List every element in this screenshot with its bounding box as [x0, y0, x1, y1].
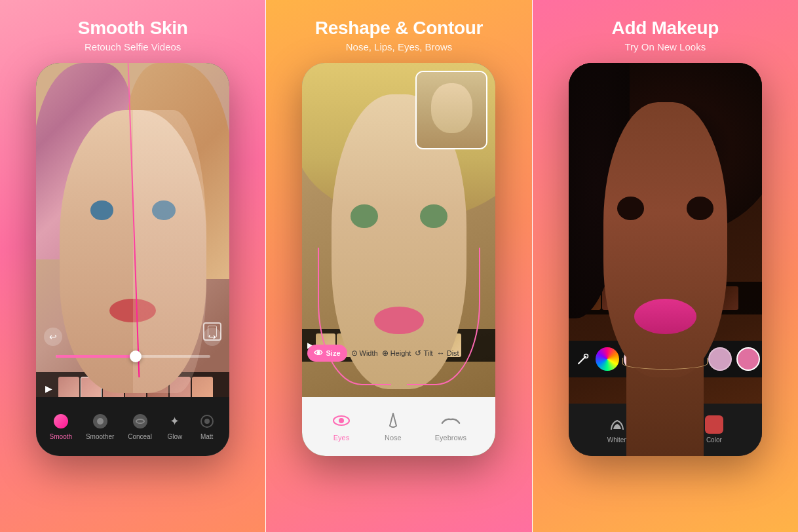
panel-1-title: Smooth Skin	[78, 18, 188, 39]
reshape-pills: 👁 Size ⊙ Width ⊕ Height ↺ Tilt ↔ Dist	[302, 345, 495, 362]
eyes-label: Eyes	[333, 434, 349, 442]
pill-height-label: Height	[390, 349, 411, 357]
pill-tilt[interactable]: ↺ Tilt	[415, 349, 432, 358]
tool-conceal[interactable]: Conceal	[128, 412, 152, 440]
conceal-label: Conceal	[128, 433, 152, 440]
whiten-label: Whiten	[607, 436, 628, 444]
pill-tilt-label: Tilt	[423, 349, 432, 357]
glow-icon: ✦	[166, 412, 184, 430]
reshape-panel: Reshape & Contour Nose, Lips, Eyes, Brow…	[266, 0, 531, 532]
panel-3-subtitle: Try On New Looks	[612, 41, 719, 52]
tool-smooth[interactable]: Smooth	[50, 412, 72, 440]
panel-3-header: Add Makeup Try On New Looks	[599, 0, 732, 63]
tool-nose[interactable]: Nose	[383, 411, 403, 442]
necklace	[622, 358, 708, 370]
tool-color[interactable]: Color	[705, 415, 723, 444]
color-swatch-5-active[interactable]	[736, 347, 760, 371]
svg-point-1	[339, 418, 344, 423]
tool-eyebrows[interactable]: Eyebrows	[435, 411, 466, 442]
smoother-icon	[91, 412, 109, 430]
pill-width[interactable]: ⊙ Width	[351, 349, 378, 358]
conceal-icon	[131, 412, 149, 430]
toolbar-1: Smooth Smoother Co	[36, 397, 229, 456]
pill-dist[interactable]: ↔ Dist	[437, 349, 459, 358]
toolbar-2: Eyes Nose Eyebrows	[302, 397, 495, 456]
glow-label: Glow	[167, 433, 182, 440]
lips-pink-bold	[634, 299, 696, 334]
tool-glow[interactable]: ✦ Glow	[166, 412, 184, 440]
retouched-overlay	[133, 110, 206, 393]
aspect-ratio-icon	[208, 326, 217, 337]
panel-1-subtitle: Retouch Selfie Videos	[78, 41, 188, 52]
color-swatch-4[interactable]	[708, 347, 732, 371]
slider-thumb[interactable]	[130, 351, 142, 362]
phone-frame-3: ▶	[569, 63, 762, 456]
eyebrows-icon	[441, 411, 461, 430]
undo-redo-bar: ↩ ↪	[36, 328, 229, 346]
smooth-skin-panel: Smooth Skin Retouch Selfie Videos	[0, 0, 265, 532]
play-button-1[interactable]: ▶	[41, 381, 56, 396]
matt-label: Matt	[200, 433, 213, 440]
pill-dist-label: Dist	[447, 349, 459, 357]
pill-width-label: Width	[360, 349, 378, 357]
tool-matt[interactable]: Matt	[198, 412, 216, 440]
eye-left-2	[351, 204, 377, 228]
eye-right-2	[420, 204, 447, 228]
panel-2-subtitle: Nose, Lips, Eyes, Brows	[315, 41, 483, 52]
eyes-icon	[332, 411, 351, 430]
color-gradient-swatch[interactable]	[596, 347, 619, 371]
tool-whiten[interactable]: Whiten	[607, 415, 628, 444]
skin-slider[interactable]	[56, 355, 210, 358]
phone-screen-3: ▶	[569, 63, 762, 456]
smooth-icon	[52, 412, 70, 430]
eyebrows-label: Eyebrows	[435, 434, 466, 442]
tool-eyes[interactable]: Eyes	[332, 411, 351, 442]
tool-smoother[interactable]: Smoother	[86, 412, 114, 440]
pill-size[interactable]: 👁 Size	[307, 345, 347, 362]
eye-dark-left	[617, 197, 644, 220]
pill-size-label: Size	[326, 349, 340, 357]
brush-icon[interactable]	[575, 351, 591, 367]
panel-1-header: Smooth Skin Retouch Selfie Videos	[65, 0, 201, 63]
panel-2-header: Reshape & Contour Nose, Lips, Eyes, Brow…	[302, 0, 496, 63]
nose-icon	[383, 411, 403, 430]
color-icon	[705, 415, 723, 434]
eye-left	[90, 200, 113, 220]
color-label: Color	[706, 436, 722, 444]
smoother-label: Smoother	[86, 433, 114, 440]
before-thumbnail	[415, 71, 487, 149]
matt-icon	[198, 412, 216, 430]
panel-2-title: Reshape & Contour	[315, 18, 483, 39]
face-skin-dark	[603, 102, 727, 377]
phone-screen-1: ↩ ↪ ▶	[36, 63, 229, 456]
whiten-icon	[608, 415, 626, 434]
pill-height[interactable]: ⊕ Height	[382, 349, 411, 358]
phone-screen-2: ▶ 👁 Size ⊙ Widt	[302, 63, 495, 456]
face-photo-3	[569, 63, 762, 456]
slider-track	[56, 355, 210, 358]
panel-3-title: Add Makeup	[612, 18, 719, 39]
eye-dark-right	[687, 197, 713, 220]
makeup-panel: Add Makeup Try On New Looks	[533, 0, 798, 532]
slider-fill	[56, 355, 136, 358]
undo-button[interactable]: ↩	[44, 328, 62, 346]
nose-label: Nose	[385, 434, 402, 442]
smooth-label: Smooth	[50, 433, 72, 440]
aspect-ratio-button[interactable]	[203, 322, 221, 341]
phone-frame-2: ▶ 👁 Size ⊙ Widt	[302, 63, 495, 456]
phone-frame-1: ↩ ↪ ▶	[36, 63, 229, 456]
